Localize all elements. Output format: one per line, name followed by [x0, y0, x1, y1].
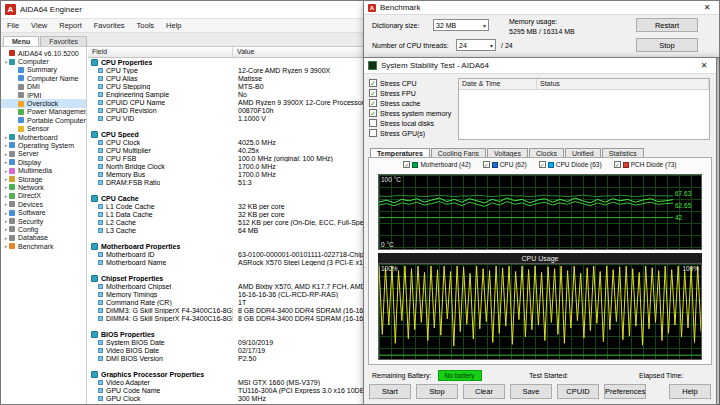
stress-option-stress-gpu-s[interactable]: Stress GPU(s)	[369, 128, 455, 138]
chevron-down-icon: ▾	[490, 42, 493, 49]
stress-option-stress-system-memory[interactable]: ✓Stress system memory	[369, 108, 455, 118]
legend-color-swatch	[492, 162, 498, 168]
motherboard-properties-icon	[91, 243, 98, 250]
stress-option-label: Stress GPU(s)	[380, 130, 425, 137]
legend-cpu-62[interactable]: ✓CPU (62)	[483, 161, 527, 168]
log-column-status[interactable]: Status	[537, 79, 709, 89]
tree-item-config[interactable]: ▸Config	[1, 225, 86, 233]
temp-axis-max: 100 °C	[381, 176, 401, 183]
field-label: CPU Properties	[101, 59, 152, 66]
tree-item-storage[interactable]: ▸Storage	[1, 175, 86, 183]
tree-item-dmi[interactable]: DMI	[1, 83, 86, 91]
cpuid-button[interactable]: CPUID	[557, 384, 599, 399]
nav-tree: AIDA64 v6.10.5200▾ComputerSummaryCompute…	[1, 47, 87, 404]
restart-button[interactable]: Restart	[636, 18, 698, 32]
checkbox-checked-icon[interactable]: ✓	[483, 161, 490, 168]
clear-button[interactable]: Clear	[463, 384, 505, 399]
tree-item-directx[interactable]: ▸DirectX	[1, 192, 86, 200]
menu-favorites[interactable]: Favorites	[88, 21, 131, 30]
field-label: CPU Alias	[106, 75, 138, 82]
tree-item-label: Overclock	[27, 100, 58, 107]
cpu-threads-total: / 24	[501, 42, 513, 49]
tree-item-portable-computer[interactable]: Portable Computer	[1, 116, 86, 124]
checkbox-checked-icon[interactable]: ✓	[539, 161, 546, 168]
checkbox-unchecked-icon[interactable]	[369, 119, 377, 127]
legend-pch-diode-73[interactable]: ✓PCH Diode (73)	[614, 161, 677, 168]
tree-item-label: Benchmark	[18, 243, 53, 250]
stress-option-stress-local-disks[interactable]: Stress local disks	[369, 118, 455, 128]
temperature-graph-svg	[379, 175, 701, 249]
tab-menu[interactable]: Menu	[3, 36, 39, 46]
legend-label: CPU Diode (63)	[556, 161, 602, 168]
checkbox-unchecked-icon[interactable]	[369, 129, 377, 137]
stress-option-label: Stress FPU	[380, 90, 416, 97]
close-icon[interactable]: ✕	[696, 61, 712, 70]
tree-item-multimedia[interactable]: ▸Multimedia	[1, 166, 86, 174]
close-icon[interactable]: ✕	[699, 3, 715, 12]
overclock-icon	[18, 101, 24, 107]
menu-report[interactable]: Report	[53, 21, 88, 30]
tab-favorites[interactable]: Favorites	[40, 36, 87, 46]
tree-item-computer[interactable]: ▾Computer	[1, 57, 86, 65]
stop-button[interactable]: Stop	[636, 38, 698, 52]
field-label: Motherboard ID	[106, 251, 155, 258]
cpu-threads-label: Number of CPU threads:	[372, 42, 449, 49]
tree-item-sensor[interactable]: Sensor	[1, 125, 86, 133]
tree-item-ipmi[interactable]: IPMI	[1, 91, 86, 99]
tree-item-label: Sensor	[27, 125, 49, 132]
tree-item-motherboard[interactable]: ▸Motherboard	[1, 133, 86, 141]
checkbox-checked-icon[interactable]: ✓	[369, 109, 377, 117]
field-label: DIMM3: G Skill SniperX F4-3400C16-8GSXW	[106, 307, 233, 314]
field-label: System BIOS Date	[106, 339, 165, 346]
legend-motherboard-42[interactable]: ✓Motherboard (42)	[403, 161, 470, 168]
menu-view[interactable]: View	[25, 21, 53, 30]
tree-item-benchmark[interactable]: ▸Benchmark	[1, 242, 86, 250]
menu-help[interactable]: Help	[160, 21, 187, 30]
tree-item-overclock[interactable]: Overclock	[1, 99, 86, 107]
tree-item-software[interactable]: ▸Software	[1, 208, 86, 216]
stress-option-label: Stress cache	[380, 100, 420, 107]
tree-item-label: Display	[18, 159, 41, 166]
tree-item-display[interactable]: ▸Display	[1, 158, 86, 166]
checkbox-checked-icon[interactable]: ✓	[369, 99, 377, 107]
tree-item-database[interactable]: ▸Database	[1, 234, 86, 242]
field-icon	[98, 164, 103, 169]
tree-item-server[interactable]: ▸Server	[1, 150, 86, 158]
tree-item-summary[interactable]: Summary	[1, 66, 86, 74]
save-button[interactable]: Save	[510, 384, 552, 399]
tree-item-power-management[interactable]: Power Management	[1, 108, 86, 116]
help-button[interactable]: Help	[669, 384, 711, 399]
checkbox-checked-icon[interactable]: ✓	[403, 161, 410, 168]
stop-button[interactable]: Stop	[416, 384, 458, 399]
tree-item-computer-name[interactable]: Computer Name	[1, 74, 86, 82]
field-label: Motherboard Properties	[101, 243, 180, 250]
preferences-button[interactable]: Preferences	[604, 384, 646, 399]
menu-file[interactable]: File	[1, 21, 25, 30]
log-column-datetime[interactable]: Date & Time	[459, 79, 537, 89]
menu-tools[interactable]: Tools	[131, 21, 161, 30]
dictionary-size-select[interactable]: 32 MB ▾	[433, 19, 489, 31]
start-button[interactable]: Start	[369, 384, 411, 399]
legend-cpu-diode-63[interactable]: ✓CPU Diode (63)	[539, 161, 602, 168]
stress-option-stress-cache[interactable]: ✓Stress cache	[369, 98, 455, 108]
field-label: L1 Data Cache	[106, 211, 153, 218]
memory-usage-value: 5295 MB / 16314 MB	[509, 28, 575, 35]
field-label: Motherboard Chipset	[106, 283, 171, 290]
cpu-threads-select[interactable]: 24 ▾	[456, 39, 496, 51]
stress-option-stress-fpu[interactable]: ✓Stress FPU	[369, 88, 455, 98]
tree-item-security[interactable]: ▸Security	[1, 217, 86, 225]
column-header-field[interactable]: Field	[88, 47, 233, 57]
tree-item-operating-system[interactable]: ▸Operating System	[1, 141, 86, 149]
stress-option-stress-cpu[interactable]: ✓Stress CPU	[369, 78, 455, 88]
checkbox-checked-icon[interactable]: ✓	[369, 89, 377, 97]
tree-item-devices[interactable]: ▸Devices	[1, 200, 86, 208]
checkbox-checked-icon[interactable]: ✓	[369, 79, 377, 87]
database-icon	[9, 235, 15, 241]
checkbox-checked-icon[interactable]: ✓	[614, 161, 621, 168]
field-icon	[98, 92, 103, 97]
tree-item-aida64-v6-10-5200[interactable]: AIDA64 v6.10.5200	[1, 49, 86, 57]
power-management-icon	[18, 109, 24, 115]
tree-item-network[interactable]: ▸Network	[1, 183, 86, 191]
tree-item-label: Power Management	[27, 108, 87, 115]
chevron-down-icon: ▾	[483, 22, 486, 29]
